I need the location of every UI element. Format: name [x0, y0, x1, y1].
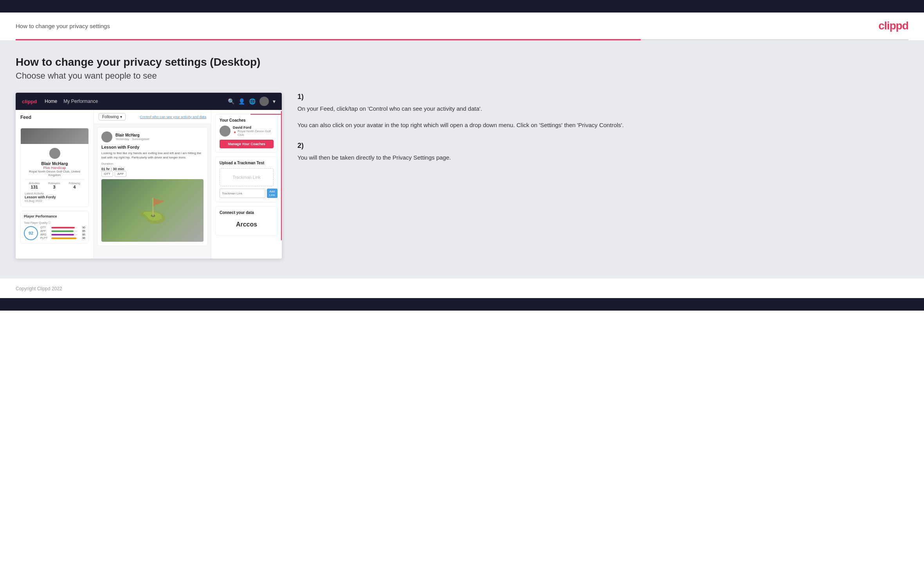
app-label: APP	[40, 230, 50, 232]
quality-circle: 92	[24, 226, 38, 240]
location-icon: 📍	[233, 131, 237, 135]
app-nav-links: Home My Performance	[45, 99, 220, 104]
trackman-title: Upload a Trackman Test	[220, 161, 274, 165]
stat-followers: Followers 3	[49, 182, 60, 189]
post-image: ⛳	[101, 179, 204, 242]
following-value: 4	[68, 185, 80, 189]
activities-value: 131	[29, 185, 40, 189]
ott-fill	[51, 227, 75, 228]
control-privacy-link[interactable]: Control who can see your activity and da…	[140, 115, 206, 119]
ott-val: 90	[79, 226, 85, 229]
trackman-placeholder: Trackman Link	[220, 168, 274, 186]
player-performance: Player Performance Total Player Quality …	[20, 211, 89, 244]
latest-activity: Latest Activity Lesson with Fordy 03 Aug…	[25, 192, 85, 203]
coach-avatar	[220, 126, 231, 137]
ott-label: OTT	[40, 226, 50, 229]
coaches-section: Your Coaches David Ford 📍 Royal North De…	[215, 114, 278, 153]
bottom-bar	[0, 298, 924, 311]
ott-track	[51, 227, 77, 228]
tag-app: APP	[115, 171, 126, 177]
step1-extra: You can also click on your avatar in the…	[297, 120, 904, 130]
footer: Copyright Clippd 2022	[0, 278, 924, 298]
step1-number: 1)	[297, 93, 904, 101]
arg-fill	[51, 234, 74, 235]
bar-ott: OTT 90	[40, 226, 85, 229]
app-nav-icons: 🔍 👤 🌐 ▾	[228, 97, 276, 106]
app-right-panel: Your Coaches David Ford 📍 Royal North De…	[211, 110, 282, 259]
search-icon[interactable]: 🔍	[228, 98, 234, 104]
app-fill	[51, 230, 74, 232]
profile-club: Royal North Devon Golf Club, United King…	[25, 170, 85, 177]
profile-handicap: Plus Handicap	[25, 166, 85, 170]
app-feed: Following ▾ Control who can see your act…	[94, 110, 211, 259]
app-track	[51, 230, 77, 232]
profile-name: Blair McHarg	[25, 161, 85, 166]
connect-data-title: Connect your data	[220, 210, 274, 215]
nav-link-home[interactable]: Home	[45, 99, 57, 104]
coach-row: David Ford 📍 Royal North Devon Golf Club	[220, 126, 274, 137]
add-link-button[interactable]: Add Link	[267, 189, 277, 198]
chevron-down-icon[interactable]: ▾	[273, 98, 276, 104]
app-nav: clippd Home My Performance 🔍 👤 🌐 ▾	[16, 93, 282, 110]
latest-activity-name: Lesson with Fordy	[25, 195, 85, 199]
coach-name: David Ford	[233, 126, 274, 129]
person-icon[interactable]: 👤	[238, 98, 245, 104]
main-heading: How to change your privacy settings (Des…	[16, 56, 908, 68]
trackman-input[interactable]	[220, 189, 265, 198]
post-user-row: Blair McHarg Yesterday · Sunningdale	[101, 131, 204, 142]
profile-banner	[21, 128, 88, 144]
main-subheading: Choose what you want people to see	[16, 71, 908, 81]
golf-image: ⛳	[138, 197, 167, 225]
profile-banner-bg	[21, 128, 88, 144]
app-body: Feed Blair McHarg Plus Handicap Royal No…	[16, 110, 282, 259]
app-nav-logo: clippd	[22, 99, 37, 104]
info-icon: ⓘ	[48, 221, 51, 225]
putt-val: 96	[79, 237, 85, 239]
footer-copyright: Copyright Clippd 2022	[16, 286, 62, 291]
app-screenshot: clippd Home My Performance 🔍 👤 🌐 ▾ Feed	[16, 93, 282, 259]
nav-link-performance[interactable]: My Performance	[63, 99, 98, 104]
total-quality-label: Total Player Quality ⓘ	[24, 221, 85, 225]
globe-icon[interactable]: 🌐	[249, 98, 256, 104]
bar-app: APP 85	[40, 230, 85, 232]
clippd-logo: clippd	[879, 20, 908, 32]
step2-number: 2)	[297, 142, 904, 150]
page-title: How to change your privacy settings	[16, 23, 110, 29]
post-description: Looking to feel like my hands are exitin…	[101, 151, 204, 160]
post-duration-label: Duration	[101, 162, 204, 165]
feed-post: Blair McHarg Yesterday · Sunningdale Les…	[97, 127, 208, 246]
post-title: Lesson with Fordy	[101, 145, 204, 149]
instruction-1: 1) On your Feed, click/tap on 'Control w…	[297, 93, 904, 130]
following-button[interactable]: Following ▾	[99, 113, 126, 120]
annotation-vertical-line	[281, 111, 282, 240]
post-user-info: Blair McHarg Yesterday · Sunningdale	[115, 133, 149, 141]
quality-row: 92 OTT 90 APP	[24, 226, 85, 240]
manage-coaches-button[interactable]: Manage Your Coaches	[220, 140, 274, 148]
arccos-logo: Arccos	[220, 218, 274, 231]
step2-text: You will then be taken directly to the P…	[297, 153, 904, 162]
bar-putt: PUTT 96	[40, 237, 85, 239]
annotation-line-h	[16, 113, 282, 114]
arg-label: ARG	[40, 233, 50, 236]
player-perf-title: Player Performance	[24, 214, 85, 218]
header: How to change your privacy settings clip…	[0, 13, 924, 39]
coaches-title: Your Coaches	[220, 118, 274, 122]
avatar[interactable]	[259, 97, 269, 106]
step1-text: On your Feed, click/tap on 'Control who …	[297, 104, 904, 113]
followers-value: 3	[49, 185, 60, 189]
coach-info: David Ford 📍 Royal North Devon Golf Club	[233, 126, 274, 137]
tag-ott: OTT	[101, 171, 113, 177]
putt-track	[51, 237, 77, 239]
screenshot-wrapper: clippd Home My Performance 🔍 👤 🌐 ▾ Feed	[16, 93, 908, 259]
following-label: Following	[68, 182, 80, 185]
feed-tab[interactable]: Feed	[20, 115, 89, 123]
latest-activity-date: 03 Aug 2022	[25, 199, 85, 203]
stat-following: Following 4	[68, 182, 80, 189]
trackman-section: Upload a Trackman Test Trackman Link Add…	[215, 156, 278, 202]
activities-label: Activities	[29, 182, 40, 185]
post-tags: OTT APP	[101, 171, 204, 177]
coach-club: 📍 Royal North Devon Golf Club	[233, 129, 274, 137]
chevron-icon: ▾	[120, 115, 122, 119]
arg-val: 86	[79, 233, 85, 236]
feed-header: Following ▾ Control who can see your act…	[94, 110, 211, 124]
